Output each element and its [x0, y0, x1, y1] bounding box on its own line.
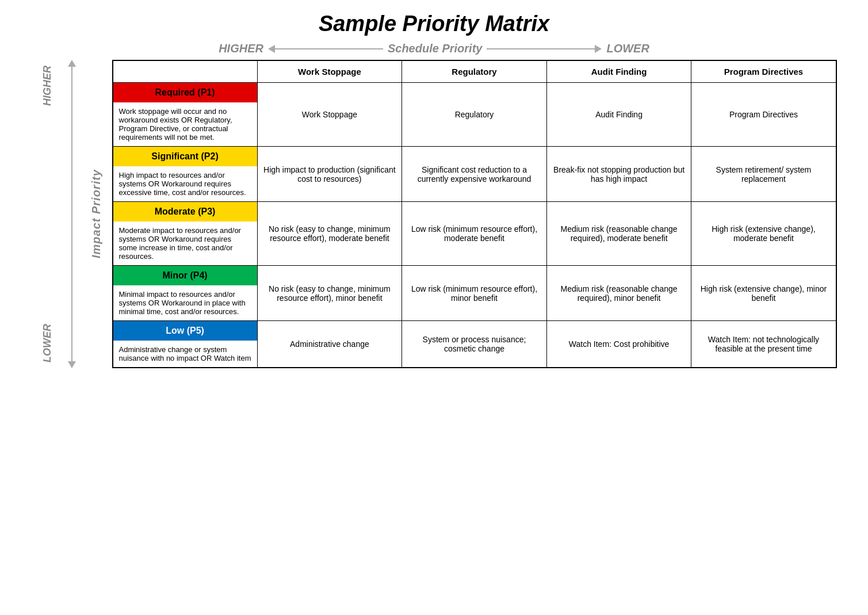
priority-matrix-table: Work StoppageRegulatoryAudit FindingProg… — [112, 60, 837, 368]
column-header-2: Audit Finding — [546, 60, 691, 83]
cell-2-2: Medium risk (reasonable change required)… — [546, 202, 691, 266]
cell-3-2: Medium risk (reasonable change required)… — [546, 266, 691, 321]
v-arrow-higher — [68, 60, 76, 214]
cell-2-1: Low risk (minimum resource effort), mode… — [402, 202, 547, 266]
lower-text: LOWER — [41, 324, 53, 362]
priority-cell-0: Required (P1)Work stoppage will occur an… — [113, 83, 258, 147]
priority-desc-1: High impact to resources and/or systems … — [113, 166, 257, 201]
schedule-lower-label: LOWER — [606, 42, 649, 55]
priority-cell-3: Minor (P4)Minimal impact to resources an… — [113, 266, 258, 321]
priority-desc-3: Minimal impact to resources and/or syste… — [113, 285, 257, 320]
schedule-priority-bar: HIGHER Schedule Priority LOWER — [60, 42, 808, 55]
page-title: Sample Priority Matrix — [319, 12, 549, 36]
priority-desc-4: Administrative change or system nuisance… — [113, 341, 257, 367]
table-row: Low (P5)Administrative change or system … — [113, 321, 836, 368]
priority-badge-2: Moderate (P3) — [113, 202, 257, 221]
cell-1-2: Break-fix not stopping production but ha… — [546, 147, 691, 202]
schedule-priority-label: Schedule Priority — [388, 42, 483, 55]
schedule-higher-label: HIGHER — [219, 42, 263, 55]
priority-badge-0: Required (P1) — [113, 83, 257, 102]
higher-lower-col: HIGHER LOWER — [32, 60, 63, 368]
priority-cell-1: Significant (P2)High impact to resources… — [113, 147, 258, 202]
cell-0-1: Regulatory — [402, 83, 547, 147]
cell-2-3: High risk (extensive change), moderate b… — [691, 202, 836, 266]
cell-0-2: Audit Finding — [546, 83, 691, 147]
cell-1-1: Significant cost reduction to a currentl… — [402, 147, 547, 202]
cell-3-3: High risk (extensive change), minor bene… — [691, 266, 836, 321]
table-row: Required (P1)Work stoppage will occur an… — [113, 83, 836, 147]
arrow-left — [268, 45, 383, 53]
column-header-1: Regulatory — [402, 60, 547, 83]
priority-cell-4: Low (P5)Administrative change or system … — [113, 321, 258, 368]
cell-4-1: System or process nuisance; cosmetic cha… — [402, 321, 547, 368]
cell-0-0: Work Stoppage — [257, 83, 402, 147]
priority-badge-3: Minor (P4) — [113, 266, 257, 285]
column-header-0: Work Stoppage — [257, 60, 402, 83]
table-header-row: Work StoppageRegulatoryAudit FindingProg… — [113, 60, 836, 83]
cell-4-3: Watch Item: not technologically feasible… — [691, 321, 836, 368]
arrow-right — [487, 45, 602, 53]
impact-label-col: Impact Priority — [81, 60, 112, 368]
higher-text: HIGHER — [41, 66, 53, 106]
table-row: Significant (P2)High impact to resources… — [113, 147, 836, 202]
priority-desc-0: Work stoppage will occur and no workarou… — [113, 102, 257, 146]
cell-4-2: Watch Item: Cost prohibitive — [546, 321, 691, 368]
cell-1-0: High impact to production (significant c… — [257, 147, 402, 202]
priority-badge-1: Significant (P2) — [113, 147, 257, 166]
column-header-3: Program Directives — [691, 60, 836, 83]
priority-desc-2: Moderate impact to resources and/or syst… — [113, 221, 257, 265]
v-arrow-lower — [68, 214, 76, 368]
matrix-wrapper: HIGHER LOWER Impact Priority Work Stoppa… — [32, 60, 837, 368]
cell-4-0: Administrative change — [257, 321, 402, 368]
cell-1-3: System retirement/ system replacement — [691, 147, 836, 202]
priority-badge-4: Low (P5) — [113, 321, 257, 341]
cell-0-3: Program Directives — [691, 83, 836, 147]
table-row: Moderate (P3)Moderate impact to resource… — [113, 202, 836, 266]
table-row: Minor (P4)Minimal impact to resources an… — [113, 266, 836, 321]
priority-cell-2: Moderate (P3)Moderate impact to resource… — [113, 202, 258, 266]
cell-3-0: No risk (easy to change, minimum resourc… — [257, 266, 402, 321]
cell-3-1: Low risk (minimum resource effort), mino… — [402, 266, 547, 321]
impact-arrows — [63, 60, 81, 368]
cell-2-0: No risk (easy to change, minimum resourc… — [257, 202, 402, 266]
impact-priority-label: Impact Priority — [90, 169, 103, 258]
